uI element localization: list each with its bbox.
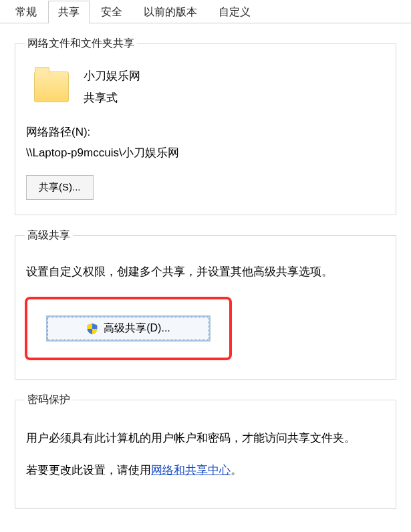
group-network-sharing: 网络文件和文件夹共享 小刀娱乐网 共享式 网络路径(N): \\Laptop-p…: [15, 37, 396, 215]
folder-icon: [34, 72, 69, 102]
network-path-label: 网络路径(N):: [26, 124, 386, 140]
group-password-protection-title: 密码保护: [25, 393, 73, 407]
advanced-sharing-description: 设置自定义权限，创建多个共享，并设置其他高级共享选项。: [25, 252, 386, 285]
network-sharing-center-link[interactable]: 网络和共享中心: [151, 464, 231, 477]
shared-folder-text: 小刀娱乐网 共享式: [84, 68, 140, 106]
password-line2-prefix: 若要更改此设置，请使用: [26, 464, 151, 477]
group-network-sharing-title: 网络文件和文件夹共享: [25, 37, 137, 51]
password-line2-suffix: 。: [231, 464, 242, 477]
uac-shield-icon: [86, 323, 98, 335]
group-advanced-sharing: 高级共享 设置自定义权限，创建多个共享，并设置其他高级共享选项。 高级共享(D)…: [15, 229, 396, 380]
sharing-panel: 网络文件和文件夹共享 小刀娱乐网 共享式 网络路径(N): \\Laptop-p…: [0, 23, 411, 532]
password-line2: 若要更改此设置，请使用网络和共享中心。: [26, 462, 385, 479]
group-password-protection: 密码保护 用户必须具有此计算机的用户帐户和密码，才能访问共享文件夹。 若要更改此…: [15, 393, 396, 509]
tab-security[interactable]: 安全: [91, 1, 132, 23]
advanced-sharing-button[interactable]: 高级共享(D)...: [47, 317, 209, 340]
tab-general[interactable]: 常规: [5, 1, 47, 23]
network-path-block: 网络路径(N): \\Laptop-p9mccuis\小刀娱乐网: [25, 124, 386, 160]
shared-folder-row: 小刀娱乐网 共享式: [25, 60, 386, 114]
share-button[interactable]: 共享(S)...: [26, 175, 94, 200]
group-advanced-sharing-title: 高级共享: [25, 229, 73, 243]
tab-customize[interactable]: 自定义: [209, 1, 261, 23]
shared-folder-status: 共享式: [84, 90, 140, 106]
tab-previous-versions[interactable]: 以前的版本: [134, 1, 207, 23]
properties-tabs: 常规 共享 安全 以前的版本 自定义: [0, 0, 411, 23]
password-line1: 用户必须具有此计算机的用户帐户和密码，才能访问共享文件夹。: [26, 430, 385, 447]
tab-sharing[interactable]: 共享: [48, 1, 90, 23]
advanced-sharing-button-label: 高级共享(D)...: [104, 321, 170, 336]
highlight-box: 高级共享(D)...: [25, 297, 232, 360]
network-path-value: \\Laptop-p9mccuis\小刀娱乐网: [26, 145, 386, 160]
shared-folder-name: 小刀娱乐网: [84, 68, 140, 84]
